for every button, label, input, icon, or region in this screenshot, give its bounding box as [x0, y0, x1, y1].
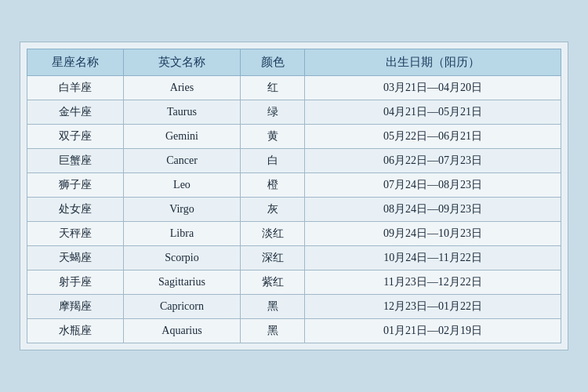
table-row: 天秤座Libra淡红09月24日—10月23日: [27, 222, 561, 246]
table-row: 双子座Gemini黄05月22日—06月21日: [27, 125, 561, 149]
cell-color: 白: [241, 149, 305, 173]
cell-en: Leo: [123, 173, 241, 198]
cell-date: 10月24日—11月22日: [305, 246, 561, 270]
zodiac-table-container: 星座名称 英文名称 颜色 出生日期（阳历） 白羊座Aries红03月21日—04…: [20, 42, 568, 350]
zodiac-table: 星座名称 英文名称 颜色 出生日期（阳历） 白羊座Aries红03月21日—04…: [27, 49, 561, 343]
header-date: 出生日期（阳历）: [305, 49, 561, 76]
cell-zh: 巨蟹座: [27, 149, 124, 173]
table-row: 摩羯座Capricorn黑12月23日—01月22日: [27, 295, 561, 319]
table-row: 白羊座Aries红03月21日—04月20日: [27, 76, 561, 100]
cell-date: 12月23日—01月22日: [305, 295, 561, 319]
cell-zh: 射手座: [27, 270, 124, 295]
cell-en: Capricorn: [123, 295, 241, 319]
cell-color: 灰: [241, 198, 305, 222]
cell-color: 绿: [241, 100, 305, 125]
cell-en: Taurus: [123, 100, 241, 125]
cell-color: 橙: [241, 173, 305, 198]
cell-color: 红: [241, 76, 305, 100]
cell-date: 09月24日—10月23日: [305, 222, 561, 246]
cell-zh: 金牛座: [27, 100, 124, 125]
cell-en: Aries: [123, 76, 241, 100]
cell-zh: 双子座: [27, 125, 124, 149]
cell-color: 黑: [241, 319, 305, 343]
cell-date: 01月21日—02月19日: [305, 319, 561, 343]
cell-date: 08月24日—09月23日: [305, 198, 561, 222]
cell-en: Libra: [123, 222, 241, 246]
cell-date: 07月24日—08月23日: [305, 173, 561, 198]
table-header-row: 星座名称 英文名称 颜色 出生日期（阳历）: [27, 49, 561, 76]
cell-date: 05月22日—06月21日: [305, 125, 561, 149]
cell-color: 黄: [241, 125, 305, 149]
cell-color: 黑: [241, 295, 305, 319]
cell-zh: 水瓶座: [27, 319, 124, 343]
cell-color: 深红: [241, 246, 305, 270]
cell-zh: 摩羯座: [27, 295, 124, 319]
header-zh: 星座名称: [27, 49, 124, 76]
table-row: 射手座Sagittarius紫红11月23日—12月22日: [27, 270, 561, 295]
table-row: 处女座Virgo灰08月24日—09月23日: [27, 198, 561, 222]
cell-zh: 狮子座: [27, 173, 124, 198]
cell-date: 11月23日—12月22日: [305, 270, 561, 295]
table-row: 水瓶座Aquarius黑01月21日—02月19日: [27, 319, 561, 343]
cell-date: 03月21日—04月20日: [305, 76, 561, 100]
cell-zh: 天蝎座: [27, 246, 124, 270]
table-row: 巨蟹座Cancer白06月22日—07月23日: [27, 149, 561, 173]
header-color: 颜色: [241, 49, 305, 76]
cell-en: Virgo: [123, 198, 241, 222]
cell-date: 04月21日—05月21日: [305, 100, 561, 125]
cell-en: Cancer: [123, 149, 241, 173]
cell-date: 06月22日—07月23日: [305, 149, 561, 173]
table-row: 天蝎座Scorpio深红10月24日—11月22日: [27, 246, 561, 270]
cell-color: 淡红: [241, 222, 305, 246]
header-en: 英文名称: [123, 49, 241, 76]
cell-en: Scorpio: [123, 246, 241, 270]
cell-zh: 处女座: [27, 198, 124, 222]
table-row: 狮子座Leo橙07月24日—08月23日: [27, 173, 561, 198]
cell-en: Gemini: [123, 125, 241, 149]
cell-zh: 白羊座: [27, 76, 124, 100]
cell-color: 紫红: [241, 270, 305, 295]
table-row: 金牛座Taurus绿04月21日—05月21日: [27, 100, 561, 125]
cell-en: Aquarius: [123, 319, 241, 343]
cell-zh: 天秤座: [27, 222, 124, 246]
cell-en: Sagittarius: [123, 270, 241, 295]
